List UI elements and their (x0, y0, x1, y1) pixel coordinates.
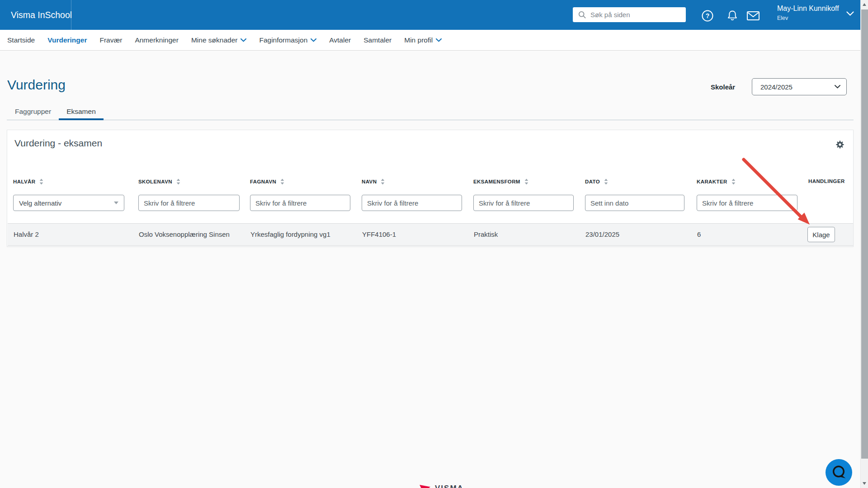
filter-input-eksamensform[interactable] (473, 195, 574, 211)
nav-item-label: Avtaler (329, 36, 351, 44)
user-menu[interactable]: May-Linn Kunnikoff Elev (774, 3, 858, 27)
site-search (573, 7, 686, 22)
cell-halv-r: Halvår 2 (14, 224, 39, 245)
chevron-down-icon (311, 38, 316, 42)
nav-item-label: Samtaler (363, 36, 392, 44)
column-label: HALVÅR (13, 179, 35, 184)
user-name: May-Linn Kunnikoff (777, 5, 839, 13)
app-logo[interactable]: Visma InSchool (11, 0, 72, 30)
scroll-down-arrow[interactable] (863, 482, 866, 485)
app-header: Visma InSchool ? (0, 0, 868, 30)
user-role: Elev (777, 15, 788, 21)
column-header-halv-r[interactable]: HALVÅR (13, 178, 43, 185)
column-header-navn[interactable]: NAVN (362, 178, 385, 185)
column-label: DATO (585, 179, 600, 184)
nav-item-label: Faginformasjon (259, 36, 307, 44)
gear-icon (835, 140, 845, 150)
column-label: NAVN (362, 179, 377, 184)
nav-item-vurderinger[interactable]: Vurderinger (41, 36, 93, 44)
nav-item-label: Min profil (404, 36, 433, 44)
cell-eksamensform: Praktisk (474, 224, 498, 245)
visma-logo-mark (420, 484, 431, 488)
filter-input-navn[interactable] (362, 195, 462, 211)
card-title: Vurdering - eksamen (14, 138, 102, 149)
column-label: SKOLENAVN (138, 179, 172, 184)
filter-input-dato[interactable] (585, 195, 684, 211)
column-label: EKSAMENSFORM (473, 179, 520, 184)
klage-button[interactable]: Klage (807, 227, 835, 242)
column-header-fagnavn[interactable]: FAGNAVN (250, 178, 284, 185)
nav-item-label: Anmerkninger (135, 36, 179, 44)
chevron-down-icon (846, 11, 854, 16)
nav-item-min-profil[interactable]: Min profil (398, 36, 448, 44)
cell-dato: 23/01/2025 (585, 224, 619, 245)
nav-item-frav-r[interactable]: Fravær (93, 36, 128, 44)
bell-icon (726, 9, 739, 22)
nav-item-label: Startside (7, 36, 35, 44)
nav-item-anmerkninger[interactable]: Anmerkninger (128, 36, 185, 44)
tab-faggrupper[interactable]: Faggrupper (7, 105, 59, 120)
envelope-icon (746, 10, 760, 21)
filter-input-fagnavn[interactable] (250, 195, 350, 211)
tabs-divider (7, 120, 854, 120)
filter-select-halv-r[interactable]: Velg alternativ (13, 195, 124, 211)
cell-karakter: 6 (697, 224, 701, 245)
sort-icon (524, 178, 528, 185)
column-label: FAGNAVN (250, 179, 276, 184)
nav-item-label: Fravær (99, 36, 122, 44)
filter-input-skolenavn[interactable] (138, 195, 240, 211)
column-label: HANDLINGER (808, 178, 845, 184)
messages-button[interactable] (746, 9, 760, 23)
scroll-up-arrow[interactable] (863, 3, 866, 6)
column-header-karakter[interactable]: KARAKTER (697, 178, 736, 185)
sort-icon (381, 178, 385, 185)
nav-item-samtaler[interactable]: Samtaler (357, 36, 398, 44)
tab-eksamen[interactable]: Eksamen (59, 105, 104, 120)
nav-item-mine-s-knader[interactable]: Mine søknader (185, 36, 253, 44)
filter-input-karakter[interactable] (697, 195, 797, 211)
cell-skolenavn: Oslo Voksenopplæring Sinsen (139, 224, 230, 245)
school-year-value: 2024/2025 (760, 83, 793, 91)
nav-item-avtaler[interactable]: Avtaler (323, 36, 357, 44)
help-icon: ? (701, 9, 714, 22)
sort-icon (731, 178, 736, 185)
chevron-down-icon (436, 38, 442, 42)
settings-gear-button[interactable] (835, 140, 846, 150)
visma-logo: VISMA (420, 484, 478, 488)
nav-item-label: Vurderinger (47, 36, 87, 44)
chevron-down-icon (114, 202, 118, 204)
nav-item-faginformasjon[interactable]: Faginformasjon (253, 36, 323, 44)
notifications-button[interactable] (725, 9, 739, 23)
scrollbar[interactable] (860, 0, 868, 488)
tabs: FaggrupperEksamen (7, 105, 104, 120)
cell-navn: YFF4106-1 (362, 224, 396, 245)
scrollbar-thumb[interactable] (861, 9, 868, 459)
nav-item-label: Mine søknader (191, 36, 238, 44)
search-icon (578, 11, 586, 19)
filter-select-value: Velg alternativ (19, 199, 61, 207)
column-header-handlinger: HANDLINGER (808, 178, 845, 184)
sort-icon (604, 178, 608, 185)
nav-item-startside[interactable]: Startside (1, 36, 41, 44)
page-title: Vurdering (7, 77, 66, 93)
school-year-select[interactable]: 2024/2025 (752, 78, 847, 95)
help-button[interactable]: ? (700, 9, 714, 23)
chat-bubble-icon (831, 465, 847, 481)
chevron-down-icon (835, 85, 840, 89)
column-header-eksamensform[interactable]: EKSAMENSFORM (473, 178, 528, 185)
search-input[interactable] (590, 11, 679, 19)
main-nav: StartsideVurderingerFraværAnmerkningerMi… (0, 30, 868, 51)
table-row: Halvår 2Oslo Voksenopplæring SinsenYrkes… (8, 223, 853, 246)
svg-text:?: ? (705, 12, 709, 19)
chevron-down-icon (241, 38, 246, 42)
chat-launcher-button[interactable] (826, 459, 852, 486)
sort-icon (280, 178, 284, 185)
sort-icon (39, 178, 43, 185)
visma-logo-text: VISMA (435, 484, 464, 488)
header-divider (71, 0, 71, 30)
column-header-dato[interactable]: DATO (585, 178, 608, 185)
column-label: KARAKTER (697, 179, 727, 184)
school-year-label: Skoleår (711, 83, 735, 91)
results-card: Vurdering - eksamen HALVÅRVelg alternati… (7, 130, 854, 247)
column-header-skolenavn[interactable]: SKOLENAVN (138, 178, 180, 185)
